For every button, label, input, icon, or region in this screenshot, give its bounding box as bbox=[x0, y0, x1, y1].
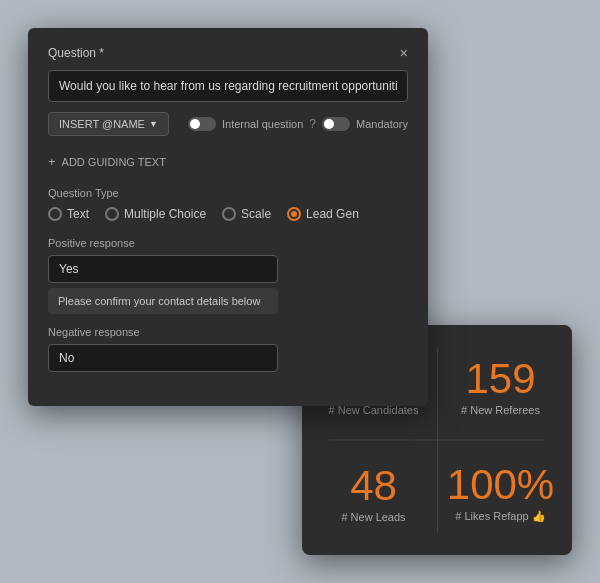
modal-header: Question * × bbox=[48, 46, 408, 60]
positive-response-sub-input[interactable] bbox=[48, 288, 278, 314]
stat-label-referees: # New Referees bbox=[461, 404, 540, 416]
internal-question-toggle[interactable] bbox=[188, 117, 216, 131]
negative-response-input[interactable] bbox=[48, 344, 278, 372]
radio-text[interactable]: Text bbox=[48, 207, 89, 221]
radio-circle-scale bbox=[222, 207, 236, 221]
mandatory-toggle[interactable] bbox=[322, 117, 350, 131]
internal-question-group: Internal question ? Mandatory bbox=[188, 117, 408, 131]
add-guiding-text-button[interactable]: + ADD GUIDING TEXT bbox=[48, 150, 408, 173]
help-icon[interactable]: ? bbox=[309, 117, 316, 131]
stat-new-leads: 48 # New Leads bbox=[312, 442, 435, 545]
radio-label-lead-gen: Lead Gen bbox=[306, 207, 359, 221]
radio-label-multiple: Multiple Choice bbox=[124, 207, 206, 221]
radio-lead-gen[interactable]: Lead Gen bbox=[287, 207, 359, 221]
radio-circle-lead-gen bbox=[287, 207, 301, 221]
vertical-divider bbox=[437, 348, 438, 532]
negative-response-label: Negative response bbox=[48, 326, 408, 338]
radio-circle-multiple bbox=[105, 207, 119, 221]
stat-label-likes: # Likes Refapp 👍 bbox=[455, 510, 545, 523]
insert-name-button[interactable]: INSERT @NAME ▼ bbox=[48, 112, 169, 136]
negative-response-section: Negative response bbox=[48, 326, 408, 372]
question-type-label: Question Type bbox=[48, 187, 408, 199]
positive-response-label: Positive response bbox=[48, 237, 408, 249]
positive-response-section: Positive response bbox=[48, 237, 408, 314]
positive-response-input[interactable] bbox=[48, 255, 278, 283]
dropdown-arrow-icon: ▼ bbox=[149, 119, 158, 129]
close-button[interactable]: × bbox=[400, 46, 408, 60]
modal-title: Question * bbox=[48, 46, 104, 60]
controls-row: INSERT @NAME ▼ Internal question ? Manda… bbox=[48, 112, 408, 136]
radio-scale[interactable]: Scale bbox=[222, 207, 271, 221]
stat-label-leads: # New Leads bbox=[341, 511, 405, 523]
add-guiding-text-label: ADD GUIDING TEXT bbox=[62, 156, 166, 168]
question-modal: Question * × INSERT @NAME ▼ Internal que… bbox=[28, 28, 428, 406]
internal-question-label: Internal question bbox=[222, 118, 303, 130]
mandatory-label: Mandatory bbox=[356, 118, 408, 130]
stat-number-leads: 48 bbox=[350, 465, 397, 507]
plus-icon: + bbox=[48, 154, 56, 169]
radio-label-text: Text bbox=[67, 207, 89, 221]
stat-new-referees: 159 # New Referees bbox=[439, 335, 562, 438]
radio-circle-text bbox=[48, 207, 62, 221]
question-input[interactable] bbox=[48, 70, 408, 102]
question-type-radio-group: Text Multiple Choice Scale Lead Gen bbox=[48, 207, 408, 221]
stat-number-likes: 100% bbox=[447, 464, 554, 506]
radio-multiple-choice[interactable]: Multiple Choice bbox=[105, 207, 206, 221]
stat-likes-refapp: 100% # Likes Refapp 👍 bbox=[439, 442, 562, 545]
stat-number-referees: 159 bbox=[465, 358, 535, 400]
insert-name-label: INSERT @NAME bbox=[59, 118, 145, 130]
radio-label-scale: Scale bbox=[241, 207, 271, 221]
